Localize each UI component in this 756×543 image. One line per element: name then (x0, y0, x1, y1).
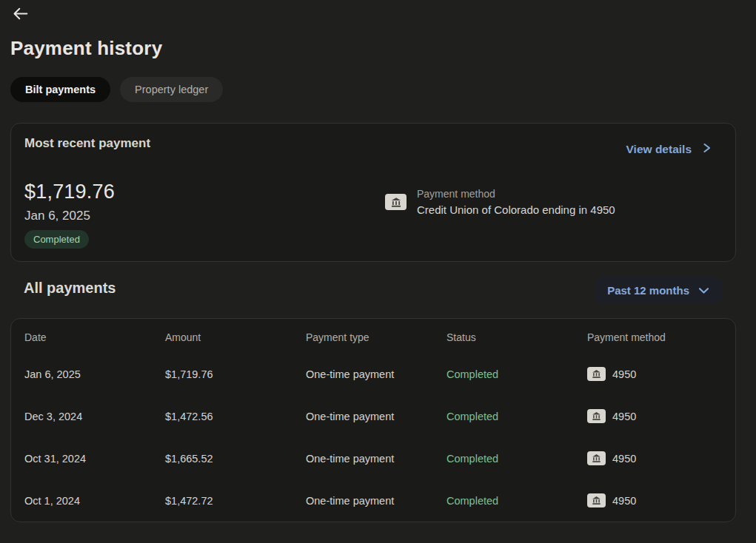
cell-status: Completed (446, 495, 587, 507)
cell-method-last4: 4950 (612, 411, 636, 422)
bank-icon (385, 194, 407, 210)
payment-method-text: Payment method Credit Union of Colorado … (417, 188, 615, 216)
table-row[interactable]: Jan 6, 2025 $1,719.76 One-time payment C… (24, 353, 722, 395)
tab-bilt-payments[interactable]: Bilt payments (10, 77, 110, 102)
payment-method-value: Credit Union of Colorado ending in 4950 (417, 203, 615, 216)
cell-date: Oct 1, 2024 (24, 495, 165, 507)
cell-status: Completed (446, 411, 587, 422)
cell-payment-method: 4950 (587, 451, 722, 465)
back-button[interactable] (10, 4, 30, 25)
bank-icon (587, 451, 606, 465)
column-header-date: Date (24, 331, 165, 343)
column-header-status: Status (446, 331, 587, 343)
column-header-payment-method: Payment method (587, 331, 722, 343)
table-row[interactable]: Oct 1, 2024 $1,472.72 One-time payment C… (24, 479, 722, 522)
recent-payment-amount: $1,719.76 (24, 181, 115, 203)
cell-payment-method: 4950 (587, 409, 722, 423)
status-badge: Completed (24, 230, 89, 249)
payment-method-label: Payment method (417, 188, 615, 200)
cell-method-last4: 4950 (612, 453, 636, 465)
bank-icon (587, 367, 606, 381)
cell-amount: $1,665.52 (165, 453, 306, 465)
cell-date: Dec 3, 2024 (24, 411, 165, 422)
payment-method-block: Payment method Credit Union of Colorado … (385, 188, 615, 216)
recent-payment-date: Jan 6, 2025 (24, 209, 90, 223)
view-details-label: View details (626, 143, 692, 156)
tab-bar: Bilt payments Property ledger (10, 77, 223, 102)
cell-amount: $1,472.56 (165, 411, 306, 422)
all-payments-title: All payments (24, 280, 116, 297)
column-header-amount: Amount (165, 331, 306, 343)
chevron-down-icon (698, 284, 709, 297)
cell-payment-type: One-time payment (306, 411, 446, 422)
chevron-right-icon (702, 143, 712, 156)
cell-status: Completed (446, 453, 587, 465)
recent-payment-title: Most recent payment (24, 136, 150, 151)
cell-payment-method: 4950 (587, 493, 722, 507)
table-row[interactable]: Oct 31, 2024 $1,665.52 One-time payment … (24, 437, 722, 479)
date-range-label: Past 12 months (607, 284, 689, 297)
payment-history-page: Payment history Bilt payments Property l… (0, 0, 756, 543)
cell-date: Oct 31, 2024 (24, 453, 165, 465)
payments-table: Date Amount Payment type Status Payment … (10, 318, 736, 522)
bank-icon (587, 409, 606, 423)
bank-icon (587, 493, 606, 507)
cell-payment-type: One-time payment (306, 368, 446, 380)
cell-method-last4: 4950 (612, 368, 636, 380)
cell-date: Jan 6, 2025 (24, 368, 165, 380)
view-details-link[interactable]: View details (626, 143, 712, 156)
most-recent-payment-card: Most recent payment View details $1,719.… (10, 123, 736, 262)
table-body: Jan 6, 2025 $1,719.76 One-time payment C… (24, 353, 722, 522)
cell-method-last4: 4950 (612, 495, 636, 507)
table-header-row: Date Amount Payment type Status Payment … (24, 319, 722, 348)
cell-amount: $1,472.72 (165, 495, 306, 507)
cell-payment-type: One-time payment (306, 453, 446, 465)
back-arrow-icon (11, 4, 30, 25)
table-row[interactable]: Dec 3, 2024 $1,472.56 One-time payment C… (24, 395, 722, 437)
cell-status: Completed (446, 368, 587, 380)
cell-payment-type: One-time payment (306, 495, 446, 507)
tab-property-ledger[interactable]: Property ledger (120, 77, 223, 102)
cell-payment-method: 4950 (587, 367, 722, 381)
column-header-payment-type: Payment type (306, 331, 446, 343)
page-title: Payment history (10, 37, 162, 60)
date-range-dropdown[interactable]: Past 12 months (595, 277, 722, 303)
all-payments-header: All payments Past 12 months (10, 275, 736, 305)
cell-amount: $1,719.76 (165, 368, 306, 380)
